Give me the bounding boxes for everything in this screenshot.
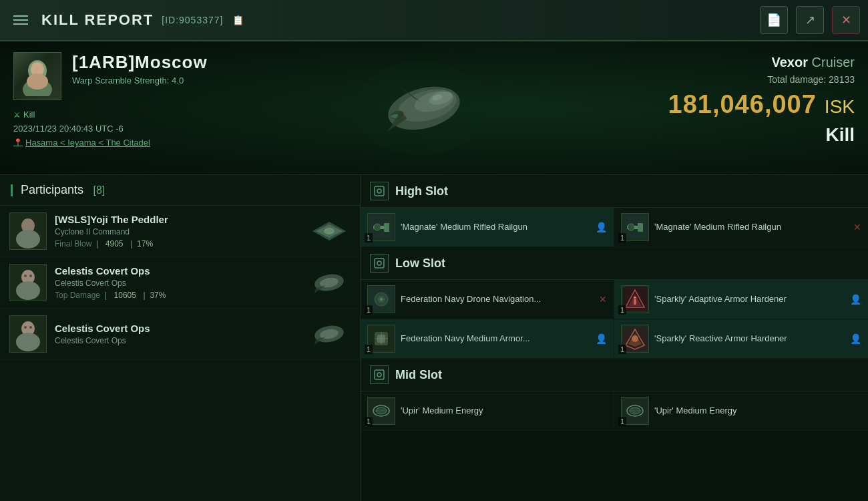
item-count: 1 — [618, 345, 626, 354]
svg-point-25 — [16, 281, 40, 300]
participants-header: Participants [8] — [0, 175, 360, 206]
slot-item[interactable]: 1 'Sparkly' Reactive Armor Hardener 👤 — [614, 319, 868, 359]
svg-point-46 — [374, 224, 381, 230]
hero-name-block: [1ARB]Moscow Warp Scramble Strength: 4.0 — [72, 52, 208, 86]
export-button[interactable]: ↗ — [796, 6, 824, 34]
participant-ship: Celestis Covert Ops — [55, 336, 300, 345]
participant-info: Celestis Covert Ops Celestis Covert Ops … — [55, 265, 300, 300]
hero-stats: Vexor Cruiser Total damage: 28133 181,04… — [668, 55, 855, 146]
svg-point-26 — [24, 275, 27, 277]
hero-left: [1ARB]Moscow Warp Scramble Strength: 4.0… — [0, 41, 320, 174]
svg-point-70 — [632, 335, 638, 342]
status-person-icon: 👤 — [596, 333, 607, 344]
participant-ship: Cyclone II Command — [55, 227, 300, 236]
svg-point-34 — [16, 333, 40, 351]
ship-name: Vexor — [772, 55, 808, 69]
header: KILL REPORT [ID:9053377] 📋 📄 ↗ ✕ — [0, 0, 868, 41]
participants-count: [8] — [93, 184, 105, 196]
slot-header: Low Slot — [361, 247, 868, 280]
slot-item[interactable]: 1 'Sparkly' Adaptive Armor Hardener 👤 — [614, 280, 868, 319]
avatar — [9, 264, 47, 301]
low-slot-section: Low Slot 1 Federation Navy Drone Navigat — [361, 247, 868, 359]
participants-label: Participants — [21, 183, 83, 197]
item-name: 'Upir' Medium Energy — [654, 405, 861, 417]
report-button[interactable]: 📄 — [760, 6, 788, 34]
item-count: 1 — [618, 305, 626, 315]
avatar — [13, 52, 61, 100]
svg-point-3 — [27, 73, 48, 90]
participant-info: Celestis Covert Ops Celestis Covert Ops — [55, 323, 300, 345]
svg-point-50 — [628, 224, 634, 230]
location-icon: 📍 — [13, 138, 23, 147]
status-person-icon: 👤 — [850, 333, 861, 344]
ship-class-line: Vexor Cruiser — [668, 55, 855, 70]
hero-section: [1ARB]Moscow Warp Scramble Strength: 4.0… — [0, 41, 868, 175]
slot-item[interactable]: 1 'Upir' Medium Energy — [614, 391, 868, 431]
list-item[interactable]: Celestis Covert Ops Celestis Covert Ops … — [0, 257, 360, 309]
list-item[interactable]: [WSLS]Yoji The Peddler Cyclone II Comman… — [0, 206, 360, 257]
header-title: KILL REPORT — [41, 11, 154, 29]
main-content: Participants [8] [WSLS]Yoji The Peddler … — [0, 175, 868, 501]
kill-badge: Kill — [13, 110, 307, 120]
slot-icon — [370, 365, 389, 384]
slot-item[interactable]: 1 'Magnate' Medium Rifled Railgun ✕ — [614, 208, 868, 247]
header-id: [ID:9053377] — [162, 15, 223, 25]
svg-rect-61 — [634, 297, 636, 299]
participant-name: [WSLS]Yoji The Peddler — [55, 214, 300, 225]
item-name: 'Magnate' Medium Rifled Railgun — [401, 222, 590, 233]
close-button[interactable]: ✕ — [832, 6, 860, 34]
item-count: 1 — [365, 345, 373, 354]
total-damage-line: Total damage: 28133 — [668, 74, 855, 85]
slot-item[interactable]: 1 Federation Navy Drone Navigation... ✕ — [361, 280, 614, 319]
svg-point-56 — [380, 298, 383, 301]
status-x-icon: ✕ — [853, 222, 861, 232]
mid-slot-section: Mid Slot 1 'Upir' Medium Energy — [361, 359, 868, 431]
status-person-icon: 👤 — [850, 294, 861, 305]
slot-icon — [370, 182, 389, 200]
kill-label-big: Kill — [668, 124, 855, 146]
slot-title: Low Slot — [395, 257, 445, 271]
slot-items-grid: 1 Federation Navy Drone Navigation... ✕ — [361, 280, 868, 359]
participants-bracket — [87, 184, 90, 196]
menu-button[interactable] — [8, 10, 33, 30]
svg-point-52 — [377, 261, 381, 265]
avatar — [9, 212, 47, 250]
slot-icon — [370, 254, 389, 273]
avatar — [9, 315, 47, 353]
slot-item[interactable]: 1 Federation Navy Medium Armor... 👤 — [361, 319, 614, 359]
svg-point-36 — [29, 326, 32, 329]
item-count: 1 — [365, 305, 373, 315]
item-name: 'Sparkly' Adaptive Armor Hardener — [654, 294, 845, 305]
slot-items-grid: 1 'Upir' Medium Energy 1 — [361, 391, 868, 431]
svg-rect-45 — [384, 223, 389, 232]
slot-header: High Slot — [361, 175, 868, 208]
slot-item[interactable]: 1 'Upir' Medium Energy — [361, 391, 614, 431]
slot-title: High Slot — [395, 184, 448, 198]
participant-info: [WSLS]Yoji The Peddler Cyclone II Comman… — [55, 214, 300, 248]
item-name: 'Upir' Medium Energy — [401, 405, 607, 417]
participant-name: Celestis Covert Ops — [55, 323, 300, 334]
list-item[interactable]: Celestis Covert Ops Celestis Covert Ops — [0, 309, 360, 360]
svg-point-35 — [24, 326, 27, 329]
isk-value: 181,046,007 — [668, 90, 817, 119]
slot-item[interactable]: 1 'Magnate' Medium Rifled Railgun 👤 — [361, 208, 614, 247]
item-count: 1 — [618, 233, 626, 242]
right-panel: High Slot 1 'Magnate' Medium Rifled Rail — [361, 175, 868, 501]
svg-rect-51 — [375, 259, 384, 268]
svg-rect-60 — [634, 299, 636, 305]
ship-image — [294, 48, 548, 168]
copy-icon[interactable]: 📋 — [232, 15, 244, 25]
svg-point-27 — [29, 275, 32, 277]
participant-name: Celestis Covert Ops — [55, 265, 300, 277]
slot-items-grid: 1 'Magnate' Medium Rifled Railgun 👤 — [361, 208, 868, 247]
item-count: 1 — [618, 417, 626, 426]
hero-subtitle: Warp Scramble Strength: 4.0 — [72, 75, 208, 86]
item-count: 1 — [365, 233, 373, 242]
ship-thumbnail — [308, 318, 351, 350]
hero-location[interactable]: 📍 Hasama < Ieyama < The Citadel — [13, 138, 307, 148]
svg-rect-71 — [375, 370, 384, 379]
slot-title: Mid Slot — [395, 368, 442, 382]
participant-stats: Top Damage | 10605 | 37% — [55, 291, 300, 300]
item-name: 'Sparkly' Reactive Armor Hardener — [654, 333, 845, 345]
slot-header: Mid Slot — [361, 359, 868, 391]
